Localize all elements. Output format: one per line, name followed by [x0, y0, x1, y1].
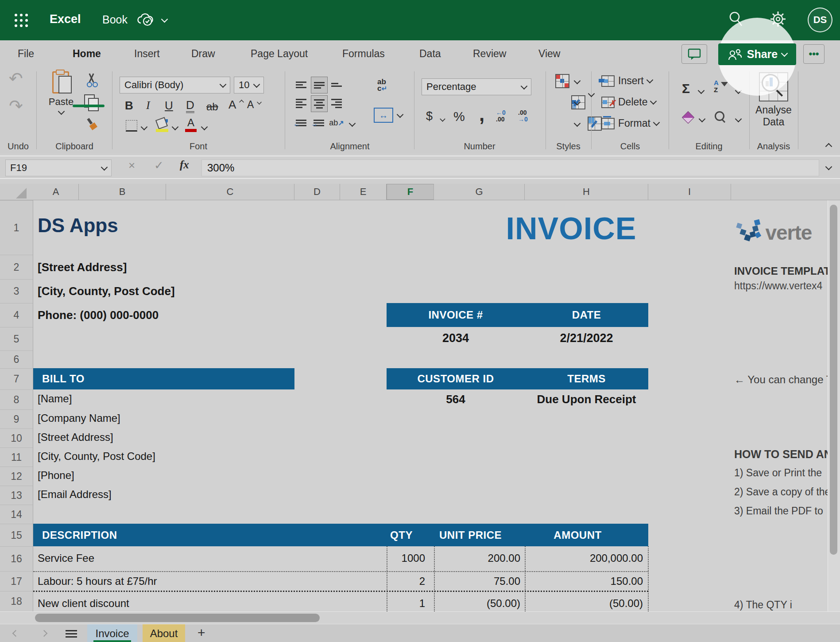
- comments-button[interactable]: [681, 44, 707, 64]
- invoice-title-cell[interactable]: INVOICE: [498, 211, 644, 246]
- fill-color-button[interactable]: [156, 118, 168, 132]
- increase-indent-button[interactable]: →: [311, 115, 327, 131]
- next-sheet-chevron-icon[interactable]: [41, 630, 48, 637]
- app-launcher-icon[interactable]: [13, 12, 29, 28]
- company-street-cell[interactable]: [Street Address]: [38, 261, 127, 274]
- tab-review[interactable]: Review: [473, 40, 506, 67]
- enter-formula-button[interactable]: ✓: [154, 159, 164, 172]
- copy-button[interactable]: [84, 94, 99, 110]
- item-2-unit-price[interactable]: 75.00: [434, 575, 520, 588]
- find-select-button[interactable]: [715, 111, 724, 123]
- tab-file[interactable]: File: [18, 40, 34, 67]
- name-box[interactable]: F19: [5, 160, 112, 176]
- font-color-chevron-icon[interactable]: [201, 124, 208, 131]
- decrease-decimal-button[interactable]: ←0.00: [496, 109, 506, 123]
- paste-button[interactable]: Paste: [44, 70, 78, 116]
- autosum-button[interactable]: Σ: [682, 81, 690, 96]
- company-city-cell[interactable]: [City, County, Post Code]: [38, 284, 175, 298]
- cell-styles-button[interactable]: [588, 117, 602, 131]
- column-header-d[interactable]: D: [294, 184, 340, 200]
- underline-button[interactable]: U: [165, 99, 173, 113]
- row-header-6[interactable]: 6: [0, 350, 33, 368]
- number-format-select[interactable]: Percentage: [422, 78, 531, 95]
- row-header-14[interactable]: 14: [0, 505, 33, 524]
- tab-page-layout[interactable]: Page Layout: [251, 40, 308, 67]
- wrap-text-button[interactable]: ab c↵: [377, 78, 387, 92]
- item-1-unit-price[interactable]: 200.00: [434, 552, 520, 564]
- currency-chevron-icon[interactable]: [440, 116, 445, 121]
- tab-formulas[interactable]: Formulas: [342, 40, 385, 67]
- comma-style-button[interactable]: ,: [479, 103, 484, 125]
- borders-chevron-icon[interactable]: [141, 124, 148, 131]
- document-menu-chevron-icon[interactable]: [161, 16, 168, 23]
- undo-button[interactable]: ↶: [9, 70, 23, 86]
- shrink-font-button[interactable]: A: [247, 99, 254, 111]
- delete-cells-button[interactable]: ✗ Delete: [601, 96, 656, 108]
- select-all-corner[interactable]: [16, 188, 27, 198]
- format-cells-button[interactable]: Format: [601, 117, 659, 129]
- row-header-16[interactable]: 16: [0, 546, 33, 571]
- item-2-qty[interactable]: 2: [387, 575, 425, 588]
- item-1-description[interactable]: Service Fee: [38, 552, 94, 564]
- row-header-7[interactable]: 7: [0, 368, 33, 389]
- format-painter-button[interactable]: [85, 117, 99, 132]
- formula-input[interactable]: 300%: [201, 160, 819, 176]
- invoice-templates-url[interactable]: https://www.vertex4: [734, 280, 828, 292]
- autosum-chevron-icon[interactable]: [698, 87, 705, 94]
- horizontal-scrollbar-thumb[interactable]: [35, 614, 320, 622]
- company-phone-cell[interactable]: Phone: (000) 000-0000: [38, 308, 159, 322]
- bill-city-cell[interactable]: [City, County, Post Code]: [38, 450, 155, 463]
- merge-chevron-icon[interactable]: [397, 111, 404, 118]
- bill-to-band[interactable]: BILL TO: [33, 368, 294, 389]
- insert-cells-button[interactable]: Insert: [601, 75, 652, 87]
- borders-button[interactable]: [126, 120, 137, 132]
- item-3-qty[interactable]: 1: [387, 597, 425, 610]
- cancel-formula-button[interactable]: ×: [128, 159, 135, 172]
- row-header-13[interactable]: 13: [0, 486, 33, 505]
- column-header-i[interactable]: I: [648, 184, 731, 200]
- font-color-button[interactable]: A: [185, 117, 197, 132]
- row-header-18[interactable]: 18: [0, 591, 33, 611]
- italic-button[interactable]: I: [146, 99, 150, 112]
- redo-button[interactable]: ↷: [9, 98, 23, 114]
- all-sheets-menu-icon[interactable]: [66, 628, 77, 639]
- row-header-12[interactable]: 12: [0, 467, 33, 486]
- sheet-grid[interactable]: 1 2 3 4 5 6 7 8 9 10 11 12 13 14 15 16 1…: [0, 200, 828, 611]
- item-3-description[interactable]: New client discount: [38, 597, 129, 610]
- item-2-description[interactable]: Labour: 5 hours at £75/hr: [38, 575, 157, 588]
- sheet-tab-about[interactable]: About: [143, 624, 185, 642]
- increase-decimal-button[interactable]: .00→0: [518, 109, 528, 123]
- vertical-scrollbar-thumb[interactable]: [830, 205, 837, 555]
- column-header-h[interactable]: H: [525, 184, 648, 200]
- prev-sheet-chevron-icon[interactable]: [12, 630, 19, 637]
- row-header-17[interactable]: 17: [0, 571, 33, 591]
- decrease-indent-button[interactable]: ←: [293, 115, 309, 131]
- more-ribbon-options-button[interactable]: •••: [803, 44, 825, 64]
- cell-styles-chevron-icon[interactable]: [574, 120, 581, 127]
- invoice-date-cell[interactable]: 2/21/2022: [525, 331, 648, 345]
- bill-company-cell[interactable]: [Company Name]: [38, 412, 120, 424]
- row-header-3[interactable]: 3: [0, 279, 33, 303]
- row-header-2[interactable]: 2: [0, 255, 33, 279]
- item-1-qty[interactable]: 1000: [387, 552, 425, 564]
- invoice-number-cell[interactable]: 2034: [387, 331, 525, 345]
- text-orientation-button[interactable]: ab ↗: [329, 115, 345, 131]
- collapse-ribbon-chevron-icon[interactable]: [825, 143, 832, 150]
- align-bottom-button[interactable]: [329, 77, 345, 93]
- bill-street-cell[interactable]: [Street Address]: [38, 431, 113, 444]
- cut-button[interactable]: [85, 73, 98, 86]
- tab-view[interactable]: View: [538, 40, 560, 67]
- column-header-b[interactable]: B: [79, 184, 166, 200]
- align-right-button[interactable]: [329, 95, 345, 111]
- column-header-c[interactable]: C: [166, 184, 294, 200]
- row-header-11[interactable]: 11: [0, 447, 33, 467]
- tab-draw[interactable]: Draw: [191, 40, 215, 67]
- expand-formula-bar-chevron-icon[interactable]: [825, 163, 832, 171]
- font-name-select[interactable]: Calibri (Body): [120, 77, 230, 93]
- currency-button[interactable]: $: [426, 109, 433, 123]
- conditional-formatting-button[interactable]: [555, 74, 569, 88]
- row-header-8[interactable]: 8: [0, 389, 33, 409]
- bold-button[interactable]: B: [125, 99, 133, 113]
- items-header-band[interactable]: DESCRIPTION QTY UNIT PRICE AMOUNT: [33, 524, 648, 546]
- clear-chevron-icon[interactable]: [699, 116, 706, 123]
